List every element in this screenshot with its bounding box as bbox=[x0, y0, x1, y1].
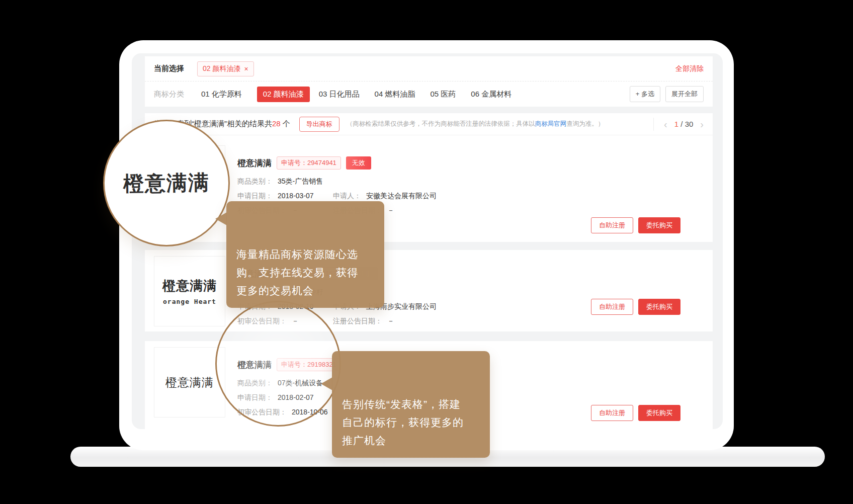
field-value: － bbox=[387, 317, 394, 326]
tooltip-marketplace: 海量精品商标资源随心选 购。支持在线交易，获得 更多的交易机会 bbox=[226, 201, 384, 308]
category-item-02-selected[interactable]: 02 颜料油漆 bbox=[257, 87, 310, 102]
selected-filter-tag[interactable]: 02 颜料油漆 × bbox=[197, 61, 254, 76]
field-value: － bbox=[387, 206, 394, 215]
tooltip-promotion: 告别传统“发表格”，搭建 自己的标行，获得更多的 推广机会 bbox=[332, 351, 490, 458]
trademark-image-subtext: orange Heart bbox=[163, 298, 216, 305]
category-row: 商标分类 01 化学原料 02 颜料油漆 03 日化用品 04 燃料油脂 05 … bbox=[145, 81, 713, 107]
current-selection-row: 当前选择 02 颜料油漆 × 全部清除 bbox=[145, 56, 713, 81]
row-actions-1: 自助注册 委托购买 bbox=[591, 217, 680, 233]
chevron-right-icon[interactable]: › bbox=[698, 119, 706, 129]
trademark-office-link[interactable]: 商标局官网 bbox=[535, 120, 567, 127]
application-number-badge: 申请号：29474941 bbox=[277, 156, 341, 170]
selected-filter-tag-label: 02 颜料油漆 bbox=[203, 64, 240, 73]
tooltip-marketplace-text: 海量精品商标资源随心选 购。支持在线交易，获得 更多的交易机会 bbox=[236, 248, 358, 296]
self-register-button[interactable]: 自助注册 bbox=[591, 299, 633, 315]
magnified-trademark-text: 橙意满满 bbox=[123, 169, 210, 198]
expand-all-button[interactable]: 展开全部 bbox=[665, 86, 704, 102]
category-item-01[interactable]: 01 化学原料 bbox=[201, 90, 242, 99]
total-pages: 30 bbox=[685, 120, 694, 128]
trademark-image-2: 橙意满满 orange Heart bbox=[154, 256, 225, 326]
disclaimer-text-1: （商标检索结果仅供参考，不作为商标能否注册的法律依据；具体以 bbox=[347, 120, 535, 127]
field-value: 2018-03-07 bbox=[278, 192, 314, 201]
self-register-button[interactable]: 自助注册 bbox=[591, 405, 633, 421]
multi-select-button[interactable]: + 多选 bbox=[630, 86, 660, 102]
tooltip-arrow-left-icon bbox=[215, 212, 227, 225]
field-value: 安徽美达会展有限公司 bbox=[366, 192, 437, 201]
trademark-image-text: 橙意满满 bbox=[165, 375, 214, 390]
tooltip-promotion-text: 告别传统“发表格”，搭建 自己的标行，获得更多的 推广机会 bbox=[342, 398, 464, 446]
results-disclaimer: （商标检索结果仅供参考，不作为商标能否注册的法律依据；具体以商标局官网查询为准。… bbox=[347, 120, 605, 128]
row-actions-3: 自助注册 委托购买 bbox=[591, 405, 680, 421]
page-separator: / bbox=[680, 120, 683, 128]
magnifier-lens-1: 橙意满满 bbox=[103, 120, 230, 246]
entrust-purchase-button[interactable]: 委托购买 bbox=[638, 405, 680, 421]
trademark-image-3: 橙意满满 bbox=[154, 347, 225, 417]
close-icon[interactable]: × bbox=[244, 65, 248, 72]
page-background: 当前选择 02 颜料油漆 × 全部清除 商标分类 01 化学原料 02 颜料油漆… bbox=[0, 0, 853, 504]
chevron-left-icon[interactable]: ‹ bbox=[662, 119, 669, 129]
filter-panel: 当前选择 02 颜料油漆 × 全部清除 商标分类 01 化学原料 02 颜料油漆… bbox=[145, 56, 713, 107]
field-label: 注册公告日期： bbox=[333, 317, 382, 326]
field-label: 申请人： bbox=[333, 192, 361, 201]
category-item-03[interactable]: 03 日化用品 bbox=[319, 90, 360, 99]
results-summary-suffix: 个 bbox=[281, 119, 290, 128]
field-value: 35类-广告销售 bbox=[278, 177, 323, 186]
pagination: ‹ 1 / 30 › bbox=[653, 118, 706, 131]
clear-all-button[interactable]: 全部清除 bbox=[675, 64, 704, 73]
export-trademarks-button[interactable]: 导出商标 bbox=[299, 117, 339, 132]
current-selection-label: 当前选择 bbox=[154, 64, 184, 73]
field-label: 申请日期： bbox=[237, 192, 273, 201]
magnifier-lens-2 bbox=[215, 301, 341, 427]
application-number-value: 29474941 bbox=[307, 159, 336, 166]
status-badge-invalid: 无效 bbox=[346, 156, 371, 170]
trademark-image-text: 橙意满满 bbox=[162, 277, 217, 295]
category-item-04[interactable]: 04 燃料油脂 bbox=[375, 90, 415, 99]
row-actions-2: 自助注册 委托购买 bbox=[591, 299, 680, 315]
category-row-label: 商标分类 bbox=[154, 90, 184, 99]
tooltip-arrow-left-icon bbox=[321, 377, 332, 390]
results-header: 为您检索到“橙意满满”相关的结果共28 个 导出商标 （商标检索结果仅供参考，不… bbox=[145, 113, 713, 135]
category-item-05[interactable]: 05 医药 bbox=[430, 90, 456, 99]
trademark-name[interactable]: 橙意满满 bbox=[237, 157, 272, 169]
disclaimer-text-2: 查询为准。） bbox=[566, 120, 604, 127]
entrust-purchase-button[interactable]: 委托购买 bbox=[638, 217, 680, 233]
category-item-06[interactable]: 06 金属材料 bbox=[471, 90, 511, 99]
entrust-purchase-button[interactable]: 委托购买 bbox=[638, 299, 680, 315]
page-indicator: 1 / 30 bbox=[674, 120, 694, 128]
current-page: 1 bbox=[674, 120, 678, 128]
category-tools: + 多选 展开全部 bbox=[630, 86, 704, 102]
self-register-button[interactable]: 自助注册 bbox=[591, 217, 633, 233]
application-number-label: 申请号： bbox=[281, 159, 307, 166]
field-label: 商品类别： bbox=[237, 177, 273, 186]
results-count: 28 bbox=[272, 119, 281, 128]
